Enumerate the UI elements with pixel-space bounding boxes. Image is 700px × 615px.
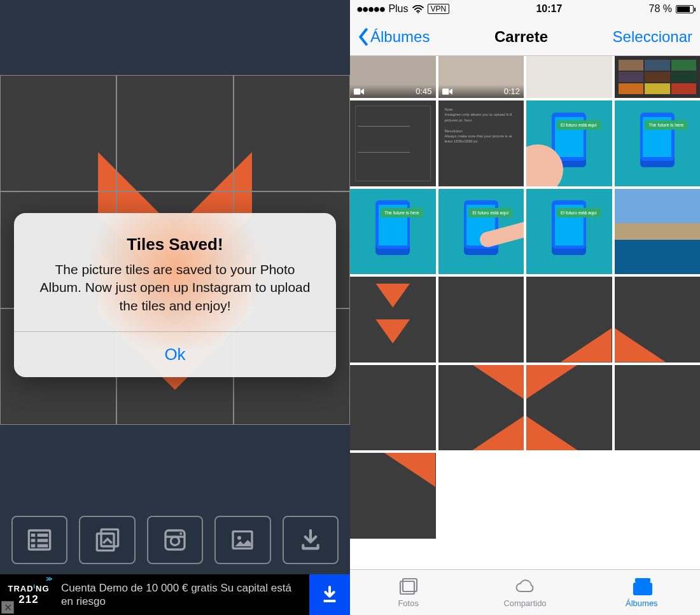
video-icon [354,88,364,95]
nav-bar: Álbumes Carrete Seleccionar [350,18,700,56]
chevron-left-icon [358,28,369,46]
download-icon [298,527,323,553]
svg-rect-4 [31,534,36,537]
video-overlay: 0:12 [438,85,524,98]
video-icon [442,88,452,95]
instagram-button[interactable] [147,516,203,564]
ad-download-button[interactable] [309,574,350,615]
svg-rect-25 [634,583,652,595]
svg-rect-6 [31,539,36,542]
svg-point-19 [417,12,419,13]
thumb-tile-5[interactable] [350,365,436,451]
thumb-document[interactable] [526,56,612,98]
svg-rect-7 [38,539,48,542]
thumb-tile-7[interactable] [526,365,612,451]
thumb-promo-phone-3[interactable]: El futuro está aquí [526,189,612,275]
promo-caption: El futuro está aquí [468,208,512,218]
alert-ok-button[interactable]: Ok [14,332,336,377]
promo-caption: El futuro está aquí [557,120,601,130]
photos-icon [398,577,419,596]
select-button[interactable]: Seleccionar [613,28,692,46]
wifi-icon [412,5,424,13]
ad-chevrons-icon: >> [46,576,51,583]
promo-caption: El futuro está aquí [557,208,601,218]
thumb-video-1[interactable]: 0:45 [350,56,436,98]
layout-button[interactable] [11,516,67,564]
carrier-label: Plus [388,3,408,15]
clock-label: 10:17 [449,3,648,15]
video-overlay: 0:45 [350,85,436,98]
ad-close-button[interactable]: ✕ [1,601,14,614]
tiles-saved-alert: Tiles Saved! The picture tiles are saved… [14,213,336,377]
thumb-tile-1[interactable] [350,277,436,363]
back-button[interactable]: Álbumes [358,28,430,46]
svg-rect-10 [101,529,118,546]
thumb-tile-3[interactable] [526,277,612,363]
tile-app-screen: >> TRADING 212 ✕ Cuenta Demo de 10 000 €… [0,0,350,615]
alert-message: The picture tiles are saved to your Phot… [14,254,336,331]
download-icon [319,584,340,605]
photo-grid: 0:45 0:12 [350,56,700,539]
tab-label: Álbumes [626,598,658,608]
svg-rect-14 [165,536,185,537]
thumb-tile-6[interactable] [438,365,524,451]
cloud-icon [514,577,536,596]
ios-photos-screen: ●●●●● Plus VPN 10:17 78 % Álbumes Carret… [350,0,700,615]
ad-banner[interactable]: >> TRADING 212 ✕ Cuenta Demo de 10 000 €… [0,574,350,615]
alert-title: Tiles Saved! [14,235,336,254]
svg-rect-20 [354,88,360,95]
thumb-tile-8[interactable] [615,365,701,451]
toolbar [0,516,350,564]
thumb-promo-hand[interactable]: El futuro está aquí [526,100,612,186]
photo-grid-scroller[interactable]: 0:45 0:12 [350,56,700,569]
video-duration: 0:12 [504,86,520,96]
thumb-promo-finger[interactable]: El futuro está aquí [438,189,524,275]
ad-text: Cuenta Demo de 10 000 € gratis Su capita… [57,581,309,609]
thumb-beach-photo[interactable] [615,189,701,275]
promo-caption: The future is here [645,120,687,130]
svg-point-13 [171,537,179,545]
svg-rect-21 [442,88,449,95]
svg-rect-24 [636,579,650,582]
nav-title: Carrete [430,28,612,46]
battery-percent-label: 78 % [649,3,672,15]
image-icon [230,527,255,553]
svg-rect-5 [38,534,48,537]
layout-icon [27,527,52,553]
tab-albums[interactable]: Álbumes [584,577,700,608]
promo-caption: The future is here [381,208,423,218]
instagram-icon [162,527,188,553]
image-button[interactable] [214,516,270,564]
tab-shared[interactable]: Compartido [466,577,583,608]
tab-photos[interactable]: Fotos [350,577,466,608]
tab-label: Compartido [503,598,546,608]
vpn-badge: VPN [428,4,450,14]
signal-strength-icon: ●●●●● [356,3,384,16]
status-bar: ●●●●● Plus VPN 10:17 78 % [350,0,700,18]
thumb-tile-9[interactable] [350,453,436,539]
browse-icon [95,527,120,553]
battery-icon [676,5,694,13]
tab-bar: Fotos Compartido Álbumes [350,569,700,615]
tab-label: Fotos [398,598,419,608]
svg-rect-18 [324,600,336,602]
thumb-promo-phone-2[interactable]: The future is here [350,189,436,275]
albums-icon [631,577,652,596]
svg-point-17 [237,536,241,540]
video-duration: 0:45 [416,86,431,96]
thumb-instructions-2[interactable]: Note:Instagram only allows you to upload… [438,100,524,186]
thumb-tile-2[interactable] [438,277,524,363]
svg-point-15 [179,532,182,535]
thumb-instructions-1[interactable] [350,100,436,186]
thumb-video-2[interactable]: 0:12 [438,56,524,98]
download-button[interactable] [283,516,339,564]
svg-rect-8 [31,544,36,548]
browse-button[interactable] [79,516,135,564]
thumb-collage[interactable] [615,56,701,98]
svg-rect-9 [38,544,48,548]
thumb-promo-phone-1[interactable]: The future is here [615,100,701,186]
back-label: Álbumes [370,28,430,46]
thumb-tile-4[interactable] [615,277,701,363]
